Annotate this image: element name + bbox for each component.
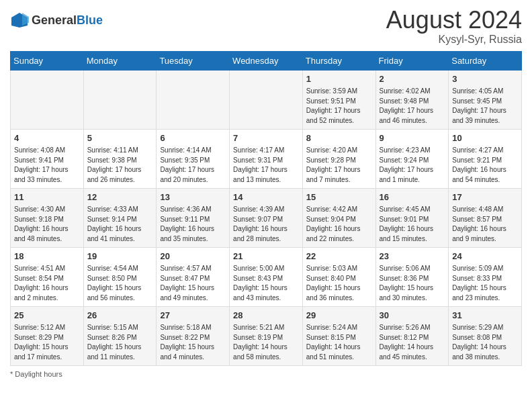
day-info: Sunrise: 5:09 AM Sunset: 8:33 PM Dayligh… <box>452 264 518 303</box>
day-info: Sunrise: 5:21 AM Sunset: 8:19 PM Dayligh… <box>233 323 299 362</box>
day-info: Sunrise: 4:42 AM Sunset: 9:04 PM Dayligh… <box>306 205 372 244</box>
svg-marker-1 <box>22 13 29 26</box>
calendar-cell: 8Sunrise: 4:20 AM Sunset: 9:28 PM Daylig… <box>302 129 375 188</box>
footer-note: * Daylight hours <box>10 370 522 378</box>
day-info: Sunrise: 4:45 AM Sunset: 9:01 PM Dayligh… <box>380 205 445 244</box>
day-number: 5 <box>87 132 153 145</box>
calendar-cell: 12Sunrise: 4:33 AM Sunset: 9:14 PM Dayli… <box>83 188 157 247</box>
calendar-cell <box>157 70 230 129</box>
day-info: Sunrise: 4:30 AM Sunset: 9:18 PM Dayligh… <box>14 205 80 244</box>
day-header-monday: Monday <box>83 51 157 70</box>
day-info: Sunrise: 5:26 AM Sunset: 8:12 PM Dayligh… <box>380 323 445 362</box>
day-info: Sunrise: 3:59 AM Sunset: 9:51 PM Dayligh… <box>306 87 372 126</box>
day-info: Sunrise: 4:11 AM Sunset: 9:38 PM Dayligh… <box>87 146 153 185</box>
day-info: Sunrise: 4:08 AM Sunset: 9:41 PM Dayligh… <box>14 146 80 185</box>
calendar-cell: 10Sunrise: 4:27 AM Sunset: 9:21 PM Dayli… <box>449 129 522 188</box>
day-number: 24 <box>452 250 518 263</box>
day-info: Sunrise: 4:27 AM Sunset: 9:21 PM Dayligh… <box>452 146 518 185</box>
day-number: 8 <box>306 132 372 145</box>
logo-icon <box>10 11 29 30</box>
day-info: Sunrise: 5:03 AM Sunset: 8:40 PM Dayligh… <box>306 264 372 303</box>
logo-text-blue: Blue <box>77 13 103 27</box>
calendar-cell: 1Sunrise: 3:59 AM Sunset: 9:51 PM Daylig… <box>302 70 375 129</box>
day-info: Sunrise: 4:57 AM Sunset: 8:47 PM Dayligh… <box>160 264 226 303</box>
calendar-week-row: 4Sunrise: 4:08 AM Sunset: 9:41 PM Daylig… <box>11 129 522 188</box>
day-info: Sunrise: 5:06 AM Sunset: 8:36 PM Dayligh… <box>380 264 445 303</box>
day-number: 7 <box>233 132 299 145</box>
day-number: 12 <box>87 191 153 204</box>
day-info: Sunrise: 5:18 AM Sunset: 8:22 PM Dayligh… <box>160 323 226 362</box>
calendar-cell: 21Sunrise: 5:00 AM Sunset: 8:43 PM Dayli… <box>230 247 303 306</box>
calendar-cell <box>11 70 84 129</box>
day-number: 28 <box>233 310 299 322</box>
calendar-cell <box>83 70 157 129</box>
day-info: Sunrise: 5:00 AM Sunset: 8:43 PM Dayligh… <box>233 264 299 303</box>
calendar-cell: 26Sunrise: 5:15 AM Sunset: 8:26 PM Dayli… <box>83 306 157 365</box>
calendar-week-row: 1Sunrise: 3:59 AM Sunset: 9:51 PM Daylig… <box>11 70 522 129</box>
day-number: 17 <box>452 191 518 204</box>
location: Kysyl-Syr, Russia <box>386 34 522 46</box>
calendar-cell: 22Sunrise: 5:03 AM Sunset: 8:40 PM Dayli… <box>302 247 375 306</box>
calendar-cell: 17Sunrise: 4:48 AM Sunset: 8:57 PM Dayli… <box>449 188 522 247</box>
day-info: Sunrise: 4:54 AM Sunset: 8:50 PM Dayligh… <box>87 264 153 303</box>
day-number: 21 <box>233 250 299 263</box>
day-info: Sunrise: 4:23 AM Sunset: 9:24 PM Dayligh… <box>380 146 445 185</box>
day-header-friday: Friday <box>375 51 449 70</box>
day-number: 27 <box>160 310 226 322</box>
day-info: Sunrise: 4:33 AM Sunset: 9:14 PM Dayligh… <box>87 205 153 244</box>
day-number: 26 <box>87 310 153 322</box>
day-info: Sunrise: 4:36 AM Sunset: 9:11 PM Dayligh… <box>160 205 226 244</box>
day-info: Sunrise: 4:17 AM Sunset: 9:31 PM Dayligh… <box>233 146 299 185</box>
title-block: August 2024 Kysyl-Syr, Russia <box>386 7 522 46</box>
day-header-tuesday: Tuesday <box>157 51 230 70</box>
day-number: 3 <box>452 73 518 86</box>
calendar-cell: 20Sunrise: 4:57 AM Sunset: 8:47 PM Dayli… <box>157 247 230 306</box>
day-number: 18 <box>14 250 80 263</box>
logo-text-general: General <box>32 13 77 27</box>
calendar-week-row: 25Sunrise: 5:12 AM Sunset: 8:29 PM Dayli… <box>11 306 522 365</box>
day-info: Sunrise: 5:15 AM Sunset: 8:26 PM Dayligh… <box>87 323 153 362</box>
month-year: August 2024 <box>386 7 522 34</box>
day-number: 6 <box>160 132 226 145</box>
day-number: 30 <box>380 310 445 322</box>
calendar-week-row: 11Sunrise: 4:30 AM Sunset: 9:18 PM Dayli… <box>11 188 522 247</box>
calendar-cell: 25Sunrise: 5:12 AM Sunset: 8:29 PM Dayli… <box>11 306 84 365</box>
calendar-cell <box>230 70 303 129</box>
calendar-cell: 2Sunrise: 4:02 AM Sunset: 9:48 PM Daylig… <box>375 70 449 129</box>
calendar-cell: 4Sunrise: 4:08 AM Sunset: 9:41 PM Daylig… <box>11 129 84 188</box>
calendar-cell: 28Sunrise: 5:21 AM Sunset: 8:19 PM Dayli… <box>230 306 303 365</box>
day-number: 23 <box>380 250 445 263</box>
calendar-cell: 13Sunrise: 4:36 AM Sunset: 9:11 PM Dayli… <box>157 188 230 247</box>
calendar-cell: 23Sunrise: 5:06 AM Sunset: 8:36 PM Dayli… <box>375 247 449 306</box>
calendar-week-row: 18Sunrise: 4:51 AM Sunset: 8:54 PM Dayli… <box>11 247 522 306</box>
day-number: 25 <box>14 310 80 322</box>
calendar-cell: 19Sunrise: 4:54 AM Sunset: 8:50 PM Dayli… <box>83 247 157 306</box>
calendar-cell: 14Sunrise: 4:39 AM Sunset: 9:07 PM Dayli… <box>230 188 303 247</box>
day-number: 2 <box>380 73 445 86</box>
calendar-header-row: SundayMondayTuesdayWednesdayThursdayFrid… <box>11 51 522 70</box>
logo: GeneralBlue <box>10 11 103 30</box>
calendar-cell: 29Sunrise: 5:24 AM Sunset: 8:15 PM Dayli… <box>302 306 375 365</box>
calendar-cell: 5Sunrise: 4:11 AM Sunset: 9:38 PM Daylig… <box>83 129 157 188</box>
day-info: Sunrise: 4:39 AM Sunset: 9:07 PM Dayligh… <box>233 205 299 244</box>
day-number: 16 <box>380 191 445 204</box>
day-number: 15 <box>306 191 372 204</box>
calendar-cell: 9Sunrise: 4:23 AM Sunset: 9:24 PM Daylig… <box>375 129 449 188</box>
calendar-cell: 16Sunrise: 4:45 AM Sunset: 9:01 PM Dayli… <box>375 188 449 247</box>
day-header-thursday: Thursday <box>302 51 375 70</box>
day-info: Sunrise: 5:29 AM Sunset: 8:08 PM Dayligh… <box>452 323 518 362</box>
day-number: 13 <box>160 191 226 204</box>
calendar-table: SundayMondayTuesdayWednesdayThursdayFrid… <box>10 51 522 366</box>
calendar-cell: 15Sunrise: 4:42 AM Sunset: 9:04 PM Dayli… <box>302 188 375 247</box>
header: GeneralBlue August 2024 Kysyl-Syr, Russi… <box>10 7 522 46</box>
day-info: Sunrise: 4:14 AM Sunset: 9:35 PM Dayligh… <box>160 146 226 185</box>
day-number: 20 <box>160 250 226 263</box>
calendar-cell: 18Sunrise: 4:51 AM Sunset: 8:54 PM Dayli… <box>11 247 84 306</box>
day-info: Sunrise: 4:20 AM Sunset: 9:28 PM Dayligh… <box>306 146 372 185</box>
day-number: 22 <box>306 250 372 263</box>
day-info: Sunrise: 5:24 AM Sunset: 8:15 PM Dayligh… <box>306 323 372 362</box>
day-info: Sunrise: 4:51 AM Sunset: 8:54 PM Dayligh… <box>14 264 80 303</box>
calendar-cell: 11Sunrise: 4:30 AM Sunset: 9:18 PM Dayli… <box>11 188 84 247</box>
calendar-cell: 27Sunrise: 5:18 AM Sunset: 8:22 PM Dayli… <box>157 306 230 365</box>
calendar-cell: 3Sunrise: 4:05 AM Sunset: 9:45 PM Daylig… <box>449 70 522 129</box>
